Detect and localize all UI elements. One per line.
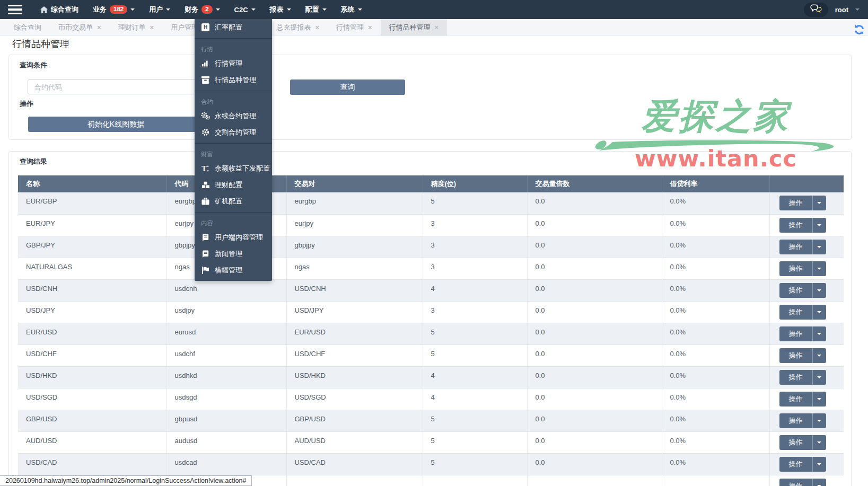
menu-item-18[interactable]: 横幅管理 [195, 262, 272, 278]
close-icon[interactable]: × [150, 24, 154, 31]
row-action-button[interactable]: 操作 [779, 457, 826, 472]
cell-name: GBP/JPY [18, 236, 166, 258]
nav-item-3[interactable]: 用户 [149, 5, 170, 14]
row-action-button[interactable]: 操作 [779, 435, 826, 450]
row-action-chevron-down-icon[interactable] [812, 370, 826, 385]
book-icon [201, 250, 210, 258]
menu-item-4[interactable]: 行情品种管理 [195, 72, 272, 88]
hamburger-menu-icon[interactable] [0, 0, 30, 19]
tab-8[interactable]: 行情品种管理× [381, 19, 448, 36]
menu-item-8[interactable]: 交割合约管理 [195, 124, 272, 140]
row-action-chevron-down-icon[interactable] [812, 457, 826, 472]
close-icon[interactable]: × [315, 24, 319, 31]
tab-6[interactable]: 总充提报表× [268, 19, 328, 36]
user-chevron-down-icon[interactable] [855, 8, 860, 11]
menu-item-7[interactable]: 永续合约管理 [195, 108, 272, 124]
cell-rate: 0.0% [662, 192, 769, 214]
nav-item-4[interactable]: 财务2 [185, 5, 220, 14]
nav-item-5[interactable]: C2C [234, 6, 256, 14]
row-action-button[interactable]: 操作 [779, 283, 826, 298]
row-action-button[interactable]: 操作 [779, 218, 826, 233]
chevron-down-icon [287, 8, 291, 11]
table-row: NATURALGASngasngas30.00.0%操作 [18, 258, 844, 279]
row-action-label: 操作 [779, 348, 812, 363]
tab-2[interactable]: 币币交易单× [50, 19, 110, 36]
row-action-button[interactable]: 操作 [779, 479, 826, 486]
user-name[interactable]: root [835, 6, 848, 14]
cell-name: NATURALGAS [18, 258, 166, 279]
init-kline-button[interactable]: 初始化K线图数据 [28, 117, 204, 132]
cell-pair: USD/HKD [286, 366, 423, 388]
gears-icon [201, 112, 210, 120]
nav-item-6[interactable]: 报表 [270, 5, 291, 14]
gear-icon [201, 128, 210, 136]
row-action-chevron-down-icon[interactable] [812, 240, 826, 254]
tab-1[interactable]: 综合查询 [5, 19, 50, 36]
cell-actions: 操作 [769, 323, 844, 344]
chat-button[interactable] [804, 3, 828, 17]
row-action-chevron-down-icon[interactable] [812, 326, 826, 341]
nav-item-1[interactable]: 综合查询 [40, 5, 78, 14]
menu-item-0[interactable]: H汇率配置 [195, 19, 272, 36]
row-action-button[interactable]: 操作 [779, 392, 826, 407]
close-icon[interactable]: × [435, 24, 439, 31]
menu-item-label: 行情管理 [215, 59, 242, 68]
table-row: GBP/USDgbpusdGBP/USD50.00.0%操作 [18, 410, 844, 431]
nav-item-2[interactable]: 业务182 [93, 5, 135, 14]
menu-section-label: 财富 [195, 146, 272, 160]
row-action-chevron-down-icon[interactable] [812, 283, 826, 298]
menu-item-17[interactable]: 新闻管理 [195, 245, 272, 262]
row-action-chevron-down-icon[interactable] [812, 218, 826, 233]
row-action-chevron-down-icon[interactable] [812, 196, 826, 210]
cell-name: USD/CNH [18, 279, 166, 301]
cell-rate: 0.0% [662, 453, 769, 475]
row-action-button[interactable]: 操作 [779, 326, 826, 341]
page-title: 行情品种管理 [12, 38, 69, 50]
search-button[interactable]: 查询 [290, 79, 405, 95]
table-row: USD/CHFusdchfUSD/CHF50.00.0%操作 [18, 344, 844, 366]
cell-multiple: 0.0 [527, 410, 662, 431]
row-action-button[interactable]: 操作 [779, 196, 826, 210]
row-action-button[interactable]: 操作 [779, 261, 826, 276]
menu-item-13[interactable]: 矿机配置 [195, 193, 272, 209]
row-action-chevron-down-icon[interactable] [812, 413, 826, 428]
row-action-label: 操作 [779, 326, 812, 341]
chevron-down-icon [216, 8, 220, 11]
close-icon[interactable]: × [368, 24, 372, 31]
row-action-chevron-down-icon[interactable] [812, 435, 826, 450]
cell-multiple: 0.0 [527, 214, 662, 236]
row-action-label: 操作 [779, 370, 812, 385]
refresh-icon[interactable] [854, 24, 865, 35]
row-action-button[interactable]: 操作 [779, 305, 826, 320]
tab-bar: 综合查询币币交易单×理财订单×用户管理×C2C订单×总充提报表×行情管理×行情品… [0, 19, 868, 36]
close-icon[interactable]: × [97, 24, 101, 31]
tab-3[interactable]: 理财订单× [110, 19, 163, 36]
menu-item-3[interactable]: 行情管理 [195, 55, 272, 72]
row-action-button[interactable]: 操作 [779, 240, 826, 254]
row-action-chevron-down-icon[interactable] [812, 261, 826, 276]
cell-multiple: 0.0 [527, 236, 662, 258]
cell-actions: 操作 [769, 410, 844, 431]
cell-multiple: 0.0 [527, 192, 662, 214]
menu-item-16[interactable]: 用户端内容管理 [195, 229, 272, 245]
row-action-chevron-down-icon[interactable] [812, 479, 826, 486]
row-action-button[interactable]: 操作 [779, 370, 826, 385]
row-action-chevron-down-icon[interactable] [812, 348, 826, 363]
row-action-chevron-down-icon[interactable] [812, 392, 826, 407]
cell-pair: GBP/USD [286, 410, 423, 431]
cell-pair: ngas [286, 258, 423, 279]
nav-item-8[interactable]: 系统 [341, 5, 362, 14]
column-header-4: 精度(位) [423, 175, 527, 192]
tab-7[interactable]: 行情管理× [328, 19, 381, 36]
row-action-label: 操作 [779, 283, 812, 298]
menu-item-12[interactable]: 理财配置 [195, 176, 272, 193]
row-action-chevron-down-icon[interactable] [812, 305, 826, 320]
cell-rate: 0.0% [662, 344, 769, 366]
cell-actions: 操作 [769, 366, 844, 388]
menu-item-11[interactable]: T余额收益下发配置 [195, 160, 272, 176]
nav-item-7[interactable]: 配置 [305, 5, 327, 14]
results-panel: 查询结果 名称代码交易对精度(位)交易量倍数借贷利率 EUR/GBPeurgbp… [8, 151, 852, 486]
menu-item-label: 矿机配置 [215, 197, 242, 206]
row-action-button[interactable]: 操作 [779, 348, 826, 363]
row-action-button[interactable]: 操作 [779, 413, 826, 428]
